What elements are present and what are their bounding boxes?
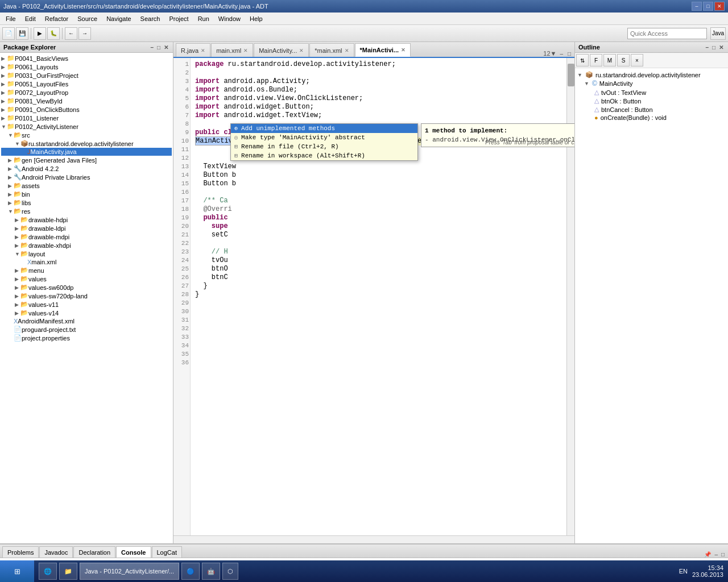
minimize-button[interactable]: – — [692, 2, 702, 11]
pkg-tree-item-10[interactable]: ▼📦ru.startandroid.develop.activitylisten… — [1, 139, 172, 148]
pkg-tree-item-16[interactable]: ▶📂bin — [1, 190, 172, 198]
pkg-tree-item-30[interactable]: ▶📂values-v14 — [1, 309, 172, 317]
editor-min-button[interactable]: – — [559, 51, 564, 57]
pkg-tree-item-18[interactable]: ▼📂res — [1, 207, 172, 215]
pkg-tree-item-32[interactable]: 📄proguard-project.txt — [1, 325, 172, 334]
pkg-tree-item-24[interactable]: Xmain.xml — [1, 258, 172, 266]
back-button[interactable]: ← — [65, 27, 77, 40]
outline-minimize-button[interactable]: – — [704, 44, 710, 51]
outline-btn-5[interactable]: × — [631, 54, 643, 66]
pkg-tree-item-1[interactable]: ▶📁P0061_Layouts — [1, 63, 172, 71]
bottom-tab-1[interactable]: Javadoc — [39, 546, 73, 558]
pkg-tree-item-17[interactable]: ▶📂libs — [1, 198, 172, 207]
quick-access-input[interactable] — [627, 28, 707, 39]
pkg-tree-item-12[interactable]: ▶📂gen [Generated Java Files] — [1, 156, 172, 164]
ac-item-2[interactable]: ⊞Rename in file (Ctrl+2, R) — [231, 142, 417, 151]
editor-tab-2[interactable]: MainActivity...✕ — [254, 43, 309, 57]
close-button[interactable]: ✕ — [714, 2, 725, 11]
menu-item-run[interactable]: Run — [193, 14, 214, 23]
pkg-tree-item-8[interactable]: ▼📁P0102_ActivityListener — [1, 122, 172, 131]
vscroll-thumb[interactable] — [568, 64, 574, 86]
outline-tvout[interactable]: △ tvOut : TextView — [577, 88, 726, 97]
console-pin-button[interactable]: 📌 — [703, 551, 712, 558]
outline-btnok[interactable]: △ btnOk : Button — [577, 97, 726, 105]
menu-item-file[interactable]: File — [1, 14, 20, 23]
pkg-tree-item-3[interactable]: ▶📁P0051_LayoutFiles — [1, 80, 172, 88]
pkg-tree-item-21[interactable]: ▶📂drawable-mdpi — [1, 232, 172, 241]
bottom-tab-3[interactable]: Console — [116, 546, 151, 558]
editor-tab-0[interactable]: R.java✕ — [176, 43, 210, 57]
ac-item-3[interactable]: ⊞Rename in workspace (Alt+Shift+R) — [231, 151, 417, 160]
pkg-tree-item-31[interactable]: XAndroidManifest.xml — [1, 317, 172, 325]
tab-list-button[interactable]: 12▼ — [543, 50, 556, 57]
editor-tab-3[interactable]: *main.xml✕ — [309, 43, 354, 57]
pkg-close-button[interactable]: ✕ — [163, 44, 169, 51]
pkg-tree-item-27[interactable]: ▶📂values-sw600dp — [1, 283, 172, 292]
outline-btncancel[interactable]: △ btnCancel : Button — [577, 105, 726, 114]
menu-item-window[interactable]: Window — [214, 14, 245, 23]
ac-item-1[interactable]: ◎Make type 'MainActivity' abstract — [231, 133, 417, 142]
menu-item-edit[interactable]: Edit — [20, 14, 40, 23]
outline-oncreate[interactable]: ● onCreate(Bundle) : void — [577, 114, 726, 122]
menu-item-refactor[interactable]: Refactor — [40, 14, 73, 23]
outline-btn-2[interactable]: F — [590, 54, 602, 66]
pkg-tree-item-33[interactable]: 📄project.properties — [1, 334, 172, 342]
run-button[interactable]: ▶ — [34, 27, 46, 40]
taskbar-item-browser[interactable]: 🌐 — [39, 563, 57, 580]
pkg-tree-item-0[interactable]: ▶📁P0041_BasicViews — [1, 54, 172, 63]
maximize-button[interactable]: □ — [703, 2, 713, 11]
pkg-tree-item-11[interactable]: JMainActivity.java — [1, 148, 172, 156]
tab-close-0[interactable]: ✕ — [201, 48, 205, 53]
save-button[interactable]: 💾 — [16, 27, 28, 40]
outline-btn-3[interactable]: M — [603, 54, 616, 66]
pkg-tree-item-2[interactable]: ▶📁P0031_OurFirstProject — [1, 71, 172, 80]
taskbar-item-extra[interactable]: ⬡ — [222, 563, 238, 580]
taskbar-item-adt[interactable]: Java - P0102_ActivityListener/... — [80, 563, 179, 580]
pkg-tree-item-26[interactable]: ▶📂values — [1, 275, 172, 283]
outline-maximize-button[interactable]: □ — [711, 44, 717, 51]
bottom-tab-4[interactable]: LogCat — [152, 546, 182, 558]
tab-close-1[interactable]: ✕ — [243, 48, 248, 53]
debug-button[interactable]: 🐛 — [47, 27, 60, 40]
editor-max-button[interactable]: □ — [566, 51, 572, 57]
start-button[interactable]: ⊞ — [0, 560, 34, 582]
taskbar-item-folder[interactable]: 📁 — [59, 563, 77, 580]
new-button[interactable]: 📄 — [2, 27, 15, 40]
editor-tab-1[interactable]: main.xml✕ — [211, 43, 253, 57]
pkg-tree-item-20[interactable]: ▶📂drawable-ldpi — [1, 224, 172, 232]
tab-close-3[interactable]: ✕ — [345, 48, 349, 53]
perspective-button[interactable]: Java — [710, 27, 726, 40]
pkg-minimize-button[interactable]: – — [149, 44, 155, 51]
editor-hscroll[interactable] — [173, 535, 574, 543]
pkg-tree-item-7[interactable]: ▶📁P0101_Listener — [1, 114, 172, 122]
pkg-maximize-button[interactable]: □ — [156, 44, 162, 51]
pkg-tree-item-4[interactable]: ▶📁P0072_LayoutProp — [1, 88, 172, 97]
pkg-tree-item-5[interactable]: ▶📁P0081_ViewById — [1, 97, 172, 105]
editor-tab-4[interactable]: *MainActivi...✕ — [355, 43, 411, 57]
taskbar-item-chrome[interactable]: 🔵 — [181, 563, 200, 580]
pkg-tree-item-15[interactable]: ▶📂assets — [1, 181, 172, 190]
pkg-tree-item-13[interactable]: ▶🔧Android 4.2.2 — [1, 164, 172, 173]
outline-btn-1[interactable]: ⇅ — [576, 54, 589, 66]
tab-close-4[interactable]: ✕ — [401, 47, 406, 53]
console-min-button[interactable]: – — [713, 551, 719, 558]
pkg-tree-item-29[interactable]: ▶📂values-v11 — [1, 300, 172, 309]
pkg-tree-item-19[interactable]: ▶📂drawable-hdpi — [1, 215, 172, 224]
tab-close-2[interactable]: ✕ — [299, 48, 304, 53]
bottom-tab-0[interactable]: Problems — [2, 546, 39, 558]
pkg-tree-item-28[interactable]: ▶📂values-sw720dp-land — [1, 292, 172, 300]
menu-item-navigate[interactable]: Navigate — [102, 14, 135, 23]
pkg-tree-item-23[interactable]: ▼📂layout — [1, 250, 172, 258]
taskbar-item-android[interactable]: 🤖 — [202, 563, 220, 580]
menu-item-project[interactable]: Project — [164, 14, 193, 23]
menu-item-source[interactable]: Source — [73, 14, 102, 23]
forward-button[interactable]: → — [78, 27, 91, 40]
pkg-tree-item-25[interactable]: ▶📂menu — [1, 266, 172, 275]
menu-item-help[interactable]: Help — [245, 14, 267, 23]
ac-item-0[interactable]: ⊕Add unimplemented methods — [231, 124, 417, 133]
menu-item-search[interactable]: Search — [136, 14, 165, 23]
pkg-tree-item-6[interactable]: ▶📁P0091_OnClickButtons — [1, 105, 172, 114]
console-max-button[interactable]: □ — [720, 551, 726, 558]
outline-close-button[interactable]: ✕ — [718, 44, 725, 51]
pkg-tree-item-9[interactable]: ▼📂src — [1, 131, 172, 139]
